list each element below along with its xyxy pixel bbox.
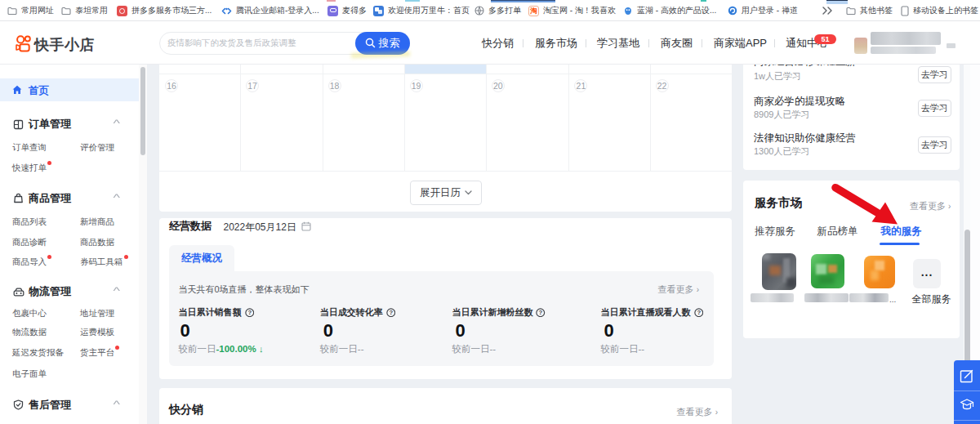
svg-text:?: ?: [539, 309, 543, 316]
svg-text:?: ?: [247, 309, 252, 316]
svg-text:?: ?: [697, 309, 701, 316]
svg-text:?: ?: [389, 309, 393, 316]
